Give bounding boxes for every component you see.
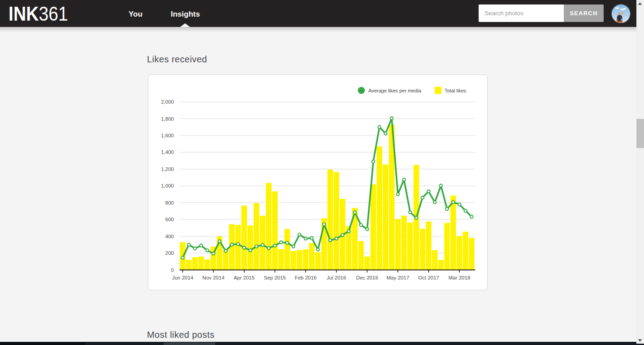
svg-text:0: 0 <box>171 267 174 273</box>
svg-text:1,200: 1,200 <box>161 166 174 172</box>
svg-text:1,400: 1,400 <box>161 149 174 155</box>
svg-text:Nov 2014: Nov 2014 <box>203 275 225 280</box>
svg-text:1,800: 1,800 <box>161 116 174 122</box>
svg-text:Sep 2015: Sep 2015 <box>264 275 286 280</box>
svg-text:1,000: 1,000 <box>161 183 174 188</box>
svg-text:2,000: 2,000 <box>161 99 174 105</box>
svg-text:Average likes per media: Average likes per media <box>368 88 422 93</box>
svg-text:1,600: 1,600 <box>161 133 174 138</box>
svg-text:Jul 2016: Jul 2016 <box>327 275 346 280</box>
svg-text:Feb 2016: Feb 2016 <box>295 275 317 280</box>
svg-text:600: 600 <box>165 217 174 222</box>
svg-text:Dec 2016: Dec 2016 <box>356 275 378 280</box>
svg-text:Total likes: Total likes <box>445 88 467 93</box>
svg-text:Apr 2015: Apr 2015 <box>233 275 255 280</box>
svg-text:Jun 2014: Jun 2014 <box>172 275 194 280</box>
svg-text:Oct 2017: Oct 2017 <box>418 275 439 280</box>
svg-text:Mar 2018: Mar 2018 <box>449 275 471 280</box>
svg-text:400: 400 <box>165 234 174 239</box>
svg-text:800: 800 <box>165 200 174 205</box>
svg-text:200: 200 <box>165 250 174 256</box>
svg-text:May 2017: May 2017 <box>387 275 410 280</box>
